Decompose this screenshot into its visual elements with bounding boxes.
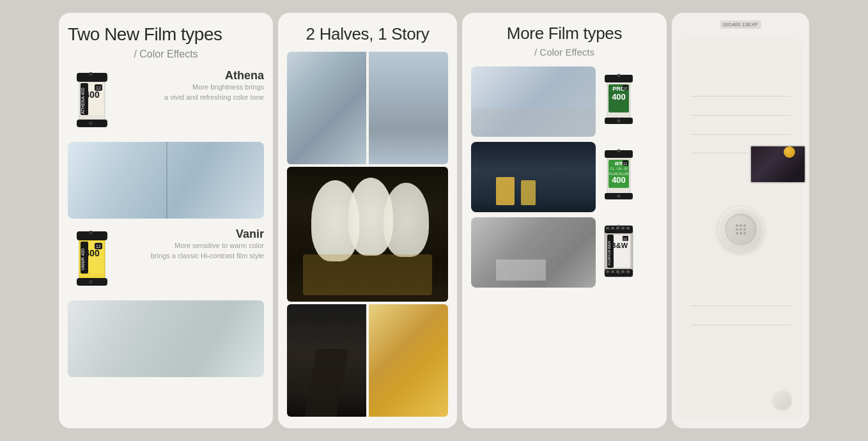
panel2-title: 2 Halves, 1 Story bbox=[287, 24, 448, 44]
svg-point-30 bbox=[617, 74, 621, 77]
camera-shutter-area bbox=[718, 207, 763, 252]
photo-lantern bbox=[287, 167, 448, 302]
bw-row: FUJIFILM B&W B&W 12 bbox=[471, 217, 658, 288]
athena-section: ATHENA 400 400 12 Athena More brightness… bbox=[68, 69, 264, 135]
athena-canister: ATHENA 400 400 12 bbox=[68, 69, 114, 135]
fujicolor-photo bbox=[471, 142, 596, 212]
pro400-canister: PRO 400 12 bbox=[600, 72, 638, 132]
vanir-canister: VANIR 400 400 12 bbox=[68, 228, 114, 294]
svg-point-43 bbox=[617, 194, 621, 197]
camera-dot bbox=[743, 224, 746, 227]
photo-cell-building bbox=[287, 52, 366, 164]
pro400-row: PRO 400 12 bbox=[471, 66, 658, 137]
panel3-title: More Film types bbox=[471, 24, 658, 43]
athena-desc: More brightness brings a vivid and refre… bbox=[119, 82, 264, 102]
svg-rect-47 bbox=[606, 227, 609, 229]
camera-dots-grid bbox=[736, 224, 746, 235]
photo-cell-street-top bbox=[369, 52, 448, 164]
camera-small-button[interactable] bbox=[773, 391, 791, 409]
camera-dot bbox=[743, 232, 746, 235]
svg-point-21 bbox=[89, 280, 93, 284]
athena-name: Athena bbox=[119, 69, 264, 82]
panel1-title: Two New Film types bbox=[68, 24, 264, 45]
panel1-subtitle: / Color Effects bbox=[68, 49, 264, 60]
svg-point-9 bbox=[89, 72, 93, 76]
camera-iso-label: ISO400 12EXP bbox=[720, 20, 761, 29]
camera-shutter-button[interactable] bbox=[718, 207, 763, 252]
svg-text:B&W: B&W bbox=[611, 242, 628, 249]
camera-line-1 bbox=[691, 96, 791, 97]
svg-rect-50 bbox=[621, 227, 624, 229]
svg-point-63 bbox=[617, 225, 620, 228]
fujicolor-canister: 緑用 C1 · CN · 35 FUJICOLOR 400 12 bbox=[600, 147, 638, 207]
panel-camera: ISO400 12EXP bbox=[672, 13, 809, 428]
svg-text:400: 400 bbox=[612, 92, 626, 102]
halves-photo-grid bbox=[287, 52, 448, 417]
vanir-info: Vanir More sensitive to warm color bring… bbox=[119, 228, 264, 261]
athena-info: Athena More brightness brings a vivid an… bbox=[119, 69, 264, 102]
svg-text:400: 400 bbox=[84, 248, 100, 258]
photo-row-3 bbox=[287, 304, 448, 417]
svg-point-20 bbox=[89, 231, 93, 235]
svg-rect-52 bbox=[606, 270, 609, 273]
svg-point-42 bbox=[617, 149, 621, 152]
svg-rect-55 bbox=[621, 270, 624, 273]
pro400-photo bbox=[471, 66, 596, 137]
camera-body bbox=[678, 38, 803, 421]
camera-dot bbox=[736, 224, 738, 227]
camera-line-3 bbox=[691, 134, 791, 135]
camera-shutter-inner bbox=[725, 213, 757, 245]
panel-film-types: Two New Film types / Color Effects bbox=[59, 13, 273, 428]
svg-text:400: 400 bbox=[84, 89, 100, 100]
svg-text:12: 12 bbox=[96, 86, 101, 90]
svg-rect-53 bbox=[611, 270, 614, 273]
svg-point-10 bbox=[89, 121, 93, 125]
camera-line-6 bbox=[691, 325, 791, 325]
svg-text:12: 12 bbox=[623, 86, 628, 90]
photo-cell-escalator bbox=[287, 304, 366, 417]
camera-dot bbox=[743, 228, 746, 231]
panel3-subtitle: / Color Effects bbox=[471, 47, 658, 58]
camera-line-2 bbox=[691, 115, 791, 116]
camera-dot bbox=[736, 232, 738, 235]
svg-point-64 bbox=[617, 272, 620, 274]
svg-rect-51 bbox=[626, 227, 630, 229]
svg-text:400: 400 bbox=[612, 175, 626, 185]
svg-rect-48 bbox=[611, 227, 614, 229]
bw-canister: FUJIFILM B&W B&W 12 bbox=[600, 222, 638, 282]
photo-cell-bakery bbox=[369, 304, 448, 417]
vanir-photo bbox=[68, 300, 264, 377]
panel-halves: 2 Halves, 1 Story bbox=[278, 13, 457, 428]
camera-dot bbox=[736, 228, 738, 231]
svg-point-31 bbox=[617, 119, 621, 122]
fujicolor-row: 緑用 C1 · CN · 35 FUJICOLOR 400 12 bbox=[471, 142, 658, 212]
camera-film-preview bbox=[750, 145, 806, 183]
vanir-name: Vanir bbox=[119, 228, 264, 241]
camera-dot bbox=[740, 232, 742, 235]
bw-photo bbox=[471, 217, 596, 288]
svg-text:12: 12 bbox=[96, 244, 101, 249]
svg-text:12: 12 bbox=[623, 162, 628, 166]
camera-dot bbox=[740, 224, 742, 227]
panel-more-films: More Film types / Color Effects PRO 400 … bbox=[462, 13, 667, 428]
camera-dot bbox=[740, 228, 742, 231]
vanir-desc: More sensitive to warm color brings a cl… bbox=[119, 241, 264, 261]
svg-rect-56 bbox=[626, 270, 630, 273]
athena-photo bbox=[68, 142, 264, 219]
vanir-section: VANIR 400 400 12 Vanir More sensitive to… bbox=[68, 228, 264, 294]
svg-text:C1 · CN · 35: C1 · CN · 35 bbox=[610, 167, 628, 171]
camera-line-5 bbox=[691, 306, 791, 306]
svg-text:12: 12 bbox=[623, 237, 628, 241]
photo-row-1 bbox=[287, 52, 448, 164]
svg-text:緑用: 緑用 bbox=[614, 162, 623, 166]
main-container: Two New Film types / Color Effects bbox=[52, 6, 816, 435]
